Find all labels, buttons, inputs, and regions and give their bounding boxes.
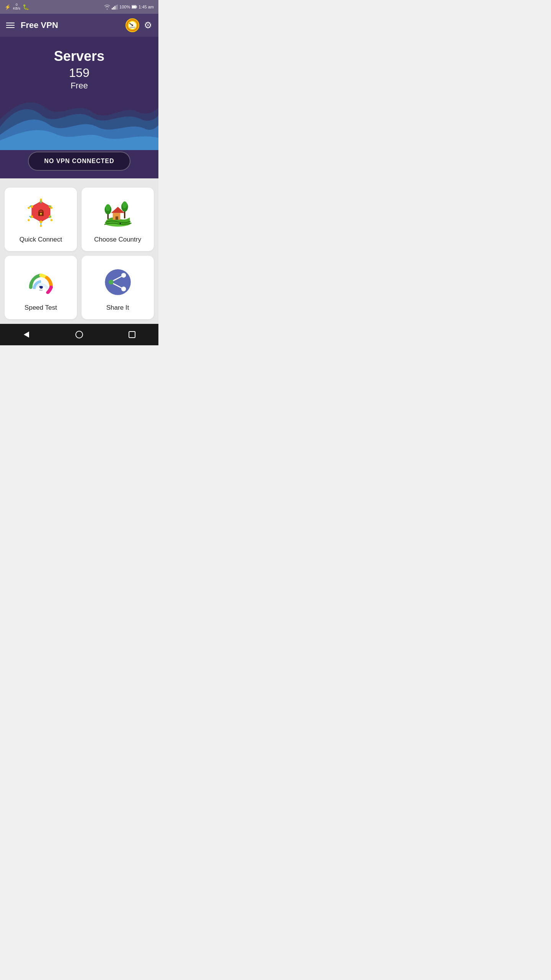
hero-section: Servers 159 Free bbox=[0, 37, 158, 152]
svg-point-51 bbox=[121, 287, 126, 291]
svg-point-28 bbox=[40, 199, 42, 200]
svg-point-50 bbox=[121, 273, 126, 278]
svg-rect-0 bbox=[112, 8, 113, 10]
app-bar: Free VPN speed ⚙ bbox=[0, 14, 158, 37]
svg-point-56 bbox=[76, 331, 83, 338]
svg-point-19 bbox=[39, 220, 42, 223]
quick-connect-icon bbox=[24, 197, 58, 231]
kb-label: 0KB/s bbox=[13, 3, 20, 11]
servers-free: Free bbox=[8, 81, 151, 91]
svg-rect-6 bbox=[137, 6, 137, 8]
svg-point-40 bbox=[106, 204, 110, 211]
feature-grid: Quick Connect bbox=[0, 183, 158, 324]
svg-rect-48 bbox=[39, 290, 42, 291]
wifi-icon bbox=[104, 5, 110, 10]
section-divider bbox=[0, 178, 158, 183]
choose-country-icon bbox=[101, 197, 135, 231]
app-title: Free VPN bbox=[21, 20, 126, 30]
share-it-card[interactable]: Share It bbox=[82, 256, 154, 319]
share-it-label: Share It bbox=[106, 304, 129, 312]
hamburger-line-2 bbox=[6, 25, 15, 26]
choose-country-card[interactable]: Choose Country bbox=[82, 188, 154, 251]
time-display: 1:45 am bbox=[139, 5, 154, 9]
svg-rect-2 bbox=[114, 6, 116, 10]
svg-point-44 bbox=[119, 223, 121, 224]
svg-rect-1 bbox=[113, 7, 114, 10]
svg-rect-7 bbox=[132, 6, 136, 8]
svg-marker-55 bbox=[24, 332, 29, 338]
servers-label: Servers bbox=[8, 48, 151, 64]
svg-rect-4 bbox=[117, 5, 118, 10]
svg-point-29 bbox=[50, 207, 52, 209]
vpn-status-wrapper: NO VPN CONNECTED bbox=[0, 152, 158, 178]
status-bar: ⚡ 0KB/s 🐛 100% 1:45 am bbox=[0, 0, 158, 14]
status-left: ⚡ 0KB/s 🐛 bbox=[5, 3, 29, 11]
quick-connect-card[interactable]: Quick Connect bbox=[5, 188, 77, 251]
usb-icon: ⚡ bbox=[5, 4, 11, 10]
svg-point-52 bbox=[109, 280, 113, 284]
status-right: 100% 1:45 am bbox=[104, 5, 154, 10]
battery-level: 100% bbox=[119, 5, 130, 9]
settings-icon[interactable]: ⚙ bbox=[144, 20, 152, 31]
hero-text: Servers 159 Free bbox=[8, 48, 151, 91]
share-it-icon bbox=[101, 265, 135, 299]
speed-test-label: Speed Test bbox=[24, 304, 57, 312]
bottom-navigation bbox=[0, 324, 158, 345]
svg-rect-57 bbox=[129, 332, 135, 338]
hamburger-menu[interactable] bbox=[6, 23, 15, 28]
wave-background bbox=[0, 81, 158, 152]
svg-rect-3 bbox=[116, 5, 117, 10]
battery-icon bbox=[132, 5, 137, 9]
svg-point-31 bbox=[40, 225, 42, 227]
choose-country-label: Choose Country bbox=[94, 236, 141, 243]
svg-marker-12 bbox=[32, 201, 50, 222]
hamburger-line-3 bbox=[6, 27, 15, 28]
bug-icon: 🐛 bbox=[23, 4, 29, 10]
svg-rect-37 bbox=[115, 216, 118, 220]
home-button[interactable] bbox=[70, 325, 89, 344]
svg-text:speed: speed bbox=[130, 26, 135, 28]
hamburger-line-1 bbox=[6, 23, 15, 23]
back-button[interactable] bbox=[17, 325, 36, 344]
servers-count: 159 bbox=[8, 66, 151, 80]
signal-icon bbox=[112, 5, 118, 10]
svg-point-33 bbox=[28, 207, 29, 209]
svg-point-43 bbox=[122, 201, 127, 208]
speed-test-icon bbox=[24, 265, 58, 299]
speed-test-card[interactable]: Speed Test bbox=[5, 256, 77, 319]
quick-connect-label: Quick Connect bbox=[20, 236, 62, 243]
vpn-status-button[interactable]: NO VPN CONNECTED bbox=[28, 152, 130, 171]
speedometer-icon[interactable]: speed bbox=[126, 18, 139, 32]
svg-point-32 bbox=[28, 219, 29, 221]
svg-point-30 bbox=[50, 219, 52, 221]
recent-apps-button[interactable] bbox=[122, 325, 142, 344]
